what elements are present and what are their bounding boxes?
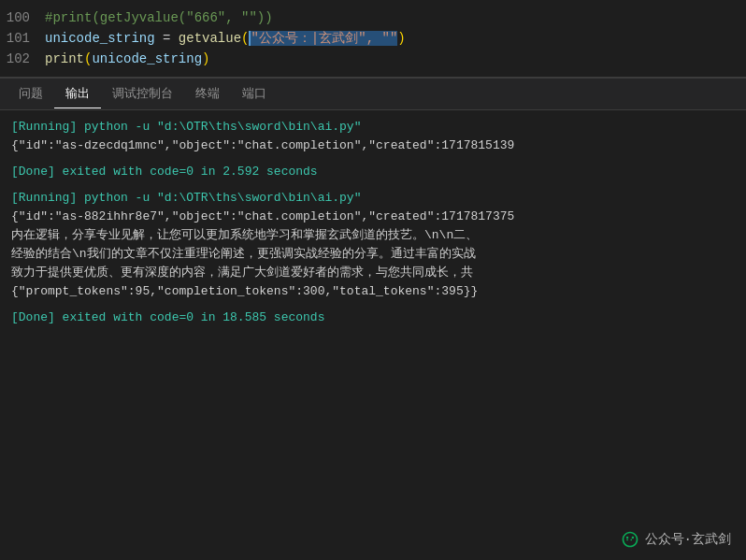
code-print: print(unicode_string) [45, 49, 209, 69]
code-statement: unicode_string = getvalue("公众号：|玄武剑", ""… [45, 28, 406, 49]
running-line-1: [Running] python -u "d:\OTR\ths\sword\bi… [11, 118, 735, 136]
done-line-1: [Done] exited with code=0 in 2.592 secon… [11, 163, 735, 181]
code-line-100: 100 #print(getJyvalue("666", "")) [0, 7, 746, 28]
code-line-102: 102 print(unicode_string) [0, 49, 746, 69]
wechat-icon [621, 530, 639, 549]
output-data-2: {"id":"as-882ihhr8e7","object":"chat.com… [11, 208, 735, 226]
line-number: 102 [0, 49, 45, 69]
running-line-2: [Running] python -u "d:\OTR\ths\sword\bi… [11, 189, 735, 208]
watermark: 公众号·玄武剑 [621, 530, 731, 549]
output-data-3: 内在逻辑，分享专业见解，让您可以更加系统地学习和掌握玄武剑道的技艺。\n\n二、 [11, 226, 735, 245]
output-panel: [Running] python -u "d:\OTR\ths\sword\bi… [0, 110, 746, 560]
tab-bar: 问题 输出 调试控制台 终端 端口 [0, 78, 746, 110]
code-line-101: 101 unicode_string = getvalue("公众号：|玄武剑"… [0, 28, 746, 49]
watermark-text: 公众号·玄武剑 [645, 530, 731, 549]
output-data-5: 致力于提供更优质、更有深度的内容，满足广大剑道爱好者的需求，与您共同成长，共 [11, 264, 735, 282]
code-editor: 100 #print(getJyvalue("666", "")) 101 un… [0, 0, 746, 78]
tab-output[interactable]: 输出 [54, 79, 101, 108]
line-number: 101 [0, 28, 45, 49]
code-comment: #print(getJyvalue("666", "")) [45, 7, 273, 28]
tab-problems[interactable]: 问题 [7, 79, 54, 108]
spacer-2 [11, 181, 735, 189]
done-line-2: [Done] exited with code=0 in 18.585 seco… [11, 309, 735, 327]
output-data-1: {"id":"as-dzecdq1mnc","object":"chat.com… [11, 136, 735, 155]
line-number: 100 [0, 7, 45, 28]
tab-debug-console[interactable]: 调试控制台 [101, 79, 184, 108]
output-data-4: 经验的结合\n我们的文章不仅注重理论阐述，更强调实战经验的分享。通过丰富的实战 [11, 245, 735, 264]
tab-ports[interactable]: 端口 [231, 79, 278, 108]
spacer-1 [11, 155, 735, 163]
output-data-6: {"prompt_tokens":95,"completion_tokens":… [11, 282, 735, 301]
tab-terminal[interactable]: 终端 [184, 79, 231, 108]
spacer-3 [11, 301, 735, 309]
